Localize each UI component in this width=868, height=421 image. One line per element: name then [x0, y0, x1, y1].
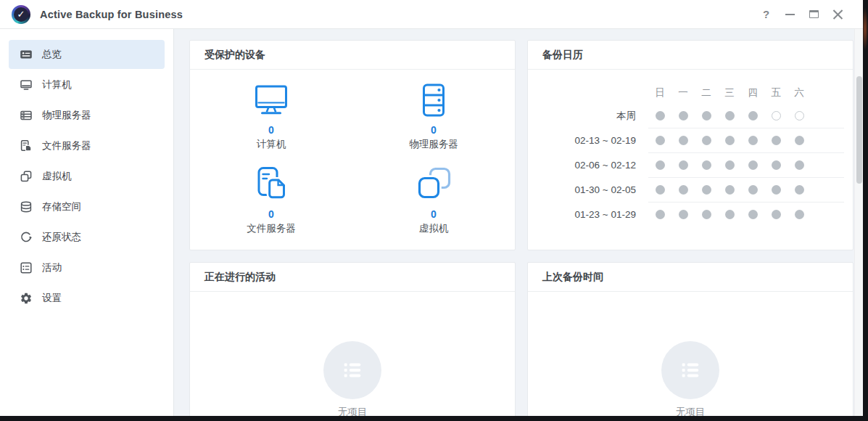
last-backup-empty-text: 无项目 [676, 406, 706, 416]
backup-day-dot-filled [748, 111, 758, 120]
backup-day-dot-filled [748, 160, 758, 170]
backup-day-dot-filled [656, 160, 665, 170]
backup-calendar-table: 日一二三四五六本周02-13 ~ 02-1902-06 ~ 02-1201-30… [528, 70, 853, 226]
virtual-machine-device-icon [415, 165, 452, 203]
calendar-week-label: 02-06 ~ 02-12 [528, 160, 648, 171]
backup-day-dot-filled [772, 210, 781, 219]
activity-icon [20, 261, 33, 274]
storage-icon [20, 200, 33, 213]
restore-status-icon [20, 231, 33, 244]
backup-day-dot-filled [702, 210, 711, 219]
weekday-label: 二 [695, 86, 718, 99]
calendar-weekday-header: 日一二三四五六 [528, 82, 811, 104]
device-stat-virtual-machine[interactable]: 0虚拟机 [352, 158, 515, 242]
backup-calendar-card: 备份日历 日一二三四五六本周02-13 ~ 02-1902-06 ~ 02-12… [527, 40, 853, 250]
backup-day-dot-filled [795, 160, 804, 170]
backup-day-dot-filled [772, 136, 781, 145]
calendar-week-label: 01-23 ~ 01-29 [528, 209, 648, 220]
app-window: ✓ Active Backup for Business ? 总览计算机物理服务… [0, 0, 863, 416]
backup-day-dot-empty [795, 111, 804, 120]
minimize-button[interactable] [778, 4, 802, 25]
device-count: 0 [431, 208, 437, 220]
protected-devices-card: 受保护的设备 0计算机0物理服务器0文件服务器0虚拟机 [189, 40, 516, 250]
backup-day-dot-filled [656, 210, 665, 219]
backup-day-dot-filled [656, 185, 665, 195]
computer-device-icon [252, 81, 290, 119]
close-icon [832, 9, 843, 20]
calendar-row: 02-13 ~ 02-19 [528, 128, 811, 152]
weekday-label: 四 [741, 86, 764, 99]
window-title: Active Backup for Business [40, 9, 183, 20]
backup-day-dot-empty [772, 111, 781, 120]
device-label: 虚拟机 [419, 222, 449, 235]
computer-icon [20, 78, 33, 91]
sidebar-item-label: 总览 [42, 48, 62, 61]
scrollbar[interactable] [854, 29, 863, 416]
close-button[interactable] [826, 4, 850, 25]
sidebar-item-label: 文件服务器 [42, 139, 91, 152]
window-controls: ? [754, 4, 850, 25]
overview-icon [20, 48, 33, 61]
maximize-button[interactable] [802, 4, 826, 25]
device-grid: 0计算机0物理服务器0文件服务器0虚拟机 [190, 70, 515, 250]
backup-day-dot-filled [748, 185, 758, 195]
list-icon [323, 341, 381, 399]
calendar-row: 02-06 ~ 02-12 [528, 153, 811, 177]
weekday-label: 五 [764, 86, 788, 99]
help-button[interactable]: ? [754, 4, 778, 25]
physical-server-icon [20, 109, 33, 122]
backup-day-dot-filled [795, 136, 804, 145]
sidebar-item-computer[interactable]: 计算机 [9, 70, 165, 99]
sidebar-item-storage[interactable]: 存储空间 [9, 192, 165, 221]
ongoing-activities-empty-text: 无项目 [338, 406, 368, 416]
sidebar-item-label: 还原状态 [42, 231, 81, 244]
protected-devices-title: 受保护的设备 [190, 41, 515, 70]
sidebar-item-activity[interactable]: 活动 [9, 253, 165, 282]
scrollbar-thumb[interactable] [856, 76, 862, 184]
backup-day-dot-filled [679, 111, 688, 120]
file-server-device-icon [252, 165, 290, 203]
device-count: 0 [268, 124, 274, 136]
backup-day-dot-filled [702, 160, 711, 170]
weekday-label: 日 [648, 86, 671, 99]
device-stat-computer[interactable]: 0计算机 [190, 74, 352, 158]
backup-day-dot-filled [725, 111, 735, 120]
backup-day-dot-filled [679, 185, 688, 195]
virtual-machine-icon [20, 170, 33, 183]
calendar-week-label: 01-30 ~ 02-05 [528, 184, 648, 195]
physical-server-device-icon [415, 81, 452, 119]
ongoing-activities-card: 正在进行的活动 无项目 [189, 262, 516, 416]
sidebar-item-label: 设置 [42, 292, 62, 305]
backup-day-dot-filled [656, 111, 665, 120]
backup-day-dot-filled [725, 185, 735, 195]
list-icon [661, 341, 719, 399]
backup-day-dot-filled [725, 160, 735, 170]
last-backup-empty-state: 无项目 [528, 292, 853, 416]
backup-day-dot-filled [702, 111, 711, 120]
main-content: 受保护的设备 0计算机0物理服务器0文件服务器0虚拟机 备份日历 日一二三四五六… [174, 29, 863, 416]
backup-day-dot-filled [656, 136, 665, 145]
backup-day-dot-filled [748, 210, 758, 219]
active-backup-logo-icon: ✓ [12, 5, 30, 24]
calendar-week-label: 02-13 ~ 02-19 [528, 135, 648, 146]
calendar-week-label: 本周 [528, 110, 648, 123]
sidebar-item-file-server[interactable]: 文件服务器 [9, 131, 165, 160]
sidebar-item-virtual-machine[interactable]: 虚拟机 [9, 162, 165, 191]
maximize-icon [809, 10, 819, 18]
backup-day-dot-filled [772, 160, 781, 170]
device-stat-file-server[interactable]: 0文件服务器 [190, 158, 352, 242]
titlebar: ✓ Active Backup for Business ? [0, 0, 863, 29]
sidebar-item-physical-server[interactable]: 物理服务器 [9, 101, 165, 130]
backup-day-dot-filled [725, 136, 735, 145]
device-label: 物理服务器 [409, 138, 458, 151]
backup-day-dot-filled [795, 210, 804, 219]
sidebar-item-restore-status[interactable]: 还原状态 [9, 223, 165, 252]
minimize-icon [785, 14, 795, 15]
help-icon: ? [763, 8, 769, 20]
device-stat-physical-server[interactable]: 0物理服务器 [352, 74, 515, 158]
device-count: 0 [431, 124, 437, 136]
sidebar-item-settings[interactable]: 设置 [9, 284, 165, 313]
backup-day-dot-filled [702, 136, 711, 145]
sidebar-item-overview[interactable]: 总览 [9, 40, 165, 69]
sidebar-item-label: 计算机 [42, 78, 72, 91]
